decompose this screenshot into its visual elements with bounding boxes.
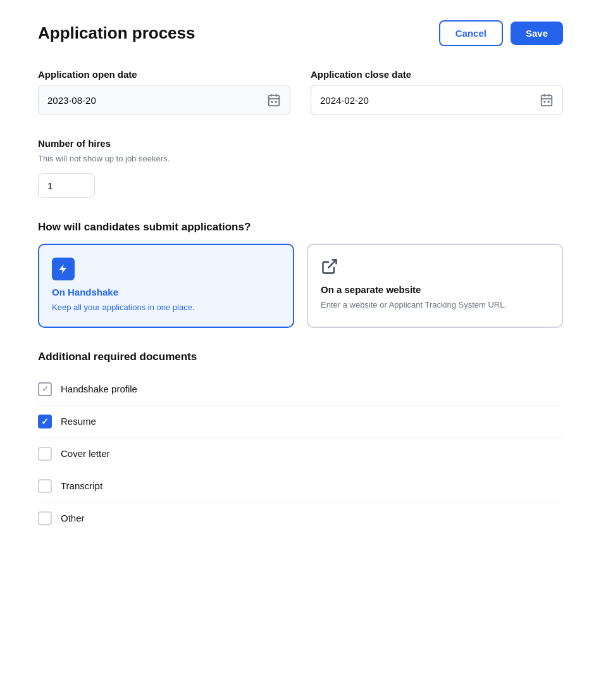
cancel-button[interactable]: Cancel [439,20,503,46]
other-checkbox[interactable] [38,511,52,525]
cover-letter-checkbox[interactable] [38,447,52,461]
svg-rect-5 [275,101,277,103]
documents-section: Additional required documents ✓ Handshak… [38,351,563,534]
check-icon: ✓ [41,416,49,427]
close-date-field: Application close date 2024-02-20 [311,69,563,115]
resume-checkbox[interactable]: ✓ [38,415,52,428]
check-icon: ✓ [42,384,49,394]
svg-rect-10 [543,101,545,103]
handshake-option-desc: Keep all your applications in one place. [52,301,280,314]
dates-row: Application open date 2023-08-20 Applica… [38,69,563,115]
handshake-option-title: On Handshake [52,287,280,297]
checkbox-list: ✓ Handshake profile ✓ Resume Cover lette… [38,373,563,534]
checkbox-label: Transcript [61,480,102,491]
close-date-calendar-icon [540,93,554,107]
close-date-input[interactable]: 2024-02-20 [311,85,563,115]
open-date-calendar-icon [267,93,281,107]
checkbox-label: Resume [61,416,96,427]
open-date-label: Application open date [38,69,290,80]
hires-label: Number of hires [38,138,563,149]
checkbox-label: Other [61,513,85,523]
handshake-logo-icon [52,258,75,280]
hires-sublabel: This will not show up to job seekers. [38,154,563,163]
list-item[interactable]: Cover letter [38,438,563,470]
open-date-input[interactable]: 2023-08-20 [38,85,290,115]
svg-rect-0 [269,96,280,106]
svg-rect-4 [271,101,273,103]
submission-title: How will candidates submit applications? [38,221,563,234]
website-option-desc: Enter a website or Applicant Tracking Sy… [321,299,549,311]
save-button[interactable]: Save [511,22,563,45]
close-date-value: 2024-02-20 [320,95,369,106]
svg-line-12 [328,260,337,268]
svg-rect-11 [548,101,550,103]
page-title: Application process [38,23,195,43]
checkbox-label: Handshake profile [61,384,137,394]
transcript-checkbox[interactable] [38,479,52,493]
documents-title: Additional required documents [38,351,563,363]
handshake-option[interactable]: On Handshake Keep all your applications … [38,244,294,328]
submission-section: How will candidates submit applications?… [38,221,563,328]
handshake-icon-wrapper [52,258,280,280]
list-item[interactable]: Other [38,503,563,534]
open-date-value: 2023-08-20 [47,95,96,106]
hires-section: Number of hires This will not show up to… [38,138,563,198]
hires-input[interactable] [38,173,95,198]
website-icon-wrapper [321,258,549,278]
website-option[interactable]: On a separate website Enter a website or… [307,244,563,328]
checkbox-label: Cover letter [61,448,110,459]
list-item[interactable]: Transcript [38,470,563,502]
open-date-field: Application open date 2023-08-20 [38,69,290,115]
page-header: Application process Cancel Save [38,20,563,46]
list-item[interactable]: ✓ Resume [38,406,563,437]
list-item[interactable]: ✓ Handshake profile [38,373,563,405]
external-link-icon [321,258,338,275]
website-option-title: On a separate website [321,284,549,295]
submission-options: On Handshake Keep all your applications … [38,244,563,328]
close-date-label: Application close date [311,69,563,80]
header-buttons: Cancel Save [439,20,563,46]
handshake-profile-checkbox[interactable]: ✓ [38,382,52,396]
svg-rect-6 [542,96,552,106]
